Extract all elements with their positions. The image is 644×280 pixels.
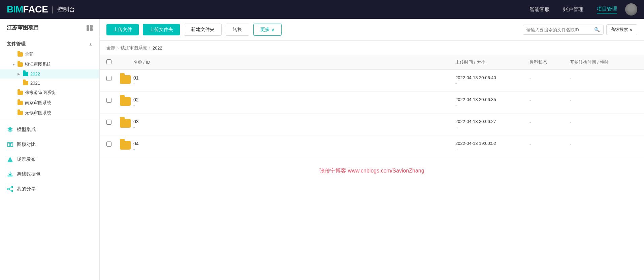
compare-icon	[7, 141, 13, 148]
sidebar-file-management[interactable]: 文件管理 ▲	[0, 37, 99, 49]
sidebar-menu-offline[interactable]: 离线数据包	[0, 167, 99, 182]
file-table-area: 名称 / ID 上传时间 / 大小 模型状态 开始转换时间 / 耗时 01 -	[100, 55, 644, 280]
row-name-area-3: 03 -	[133, 119, 455, 130]
sidebar-menu-share-label: 我的分享	[17, 186, 36, 192]
col-time-header: 上传时间 / 大小	[455, 59, 529, 65]
search-input-wrap[interactable]: 🔍	[523, 25, 604, 35]
convert-button[interactable]: 转换	[226, 24, 249, 36]
table-row[interactable]: 01 - 2022-04-13 20:06:40 - - -	[100, 70, 644, 92]
folder-icon-all	[18, 52, 23, 57]
table-row[interactable]: 03 - 2022-04-13 20:06:27 - - -	[100, 114, 644, 135]
grid-view-icon[interactable]	[87, 25, 93, 31]
tree-item-zhenjian[interactable]: ▼ 镇江审图系统	[0, 59, 99, 69]
advanced-search-label: 高级搜索	[611, 27, 628, 33]
folder-icon-wuxi	[18, 111, 23, 115]
breadcrumb-all[interactable]: 全部	[106, 45, 115, 51]
sidebar-menu-share[interactable]: 我的分享	[0, 182, 99, 196]
search-input[interactable]	[526, 27, 593, 32]
row-name-2: 02	[133, 97, 455, 102]
logo: BIM FACE | 控制台	[7, 4, 75, 15]
sidebar: 江苏审图项目 文件管理 ▲ 全部 ▼ 镇江审图系统 ▶ 2022	[0, 19, 100, 280]
logo-title: 控制台	[57, 5, 75, 13]
breadcrumb: 全部 › 镇江审图系统 › 2022	[100, 41, 644, 55]
row-icon-3	[120, 119, 133, 128]
nav-item-project[interactable]: 项目管理	[597, 6, 617, 13]
tree-item-2022[interactable]: ▶ 2022	[0, 69, 99, 79]
row-icon-4	[120, 141, 133, 150]
row-convert-3: -	[570, 119, 637, 125]
row-status-val-2: -	[529, 98, 531, 103]
nav-item-account[interactable]: 账户管理	[563, 6, 583, 13]
svg-point-10	[8, 188, 9, 190]
watermark-text: 张传宁博客 www.cnblogs.com/SavionZhang	[319, 168, 424, 174]
svg-point-9	[11, 190, 13, 192]
sidebar-project-header: 江苏审图项目	[0, 19, 99, 37]
avatar[interactable]	[625, 3, 637, 15]
folder-icon-nanjing	[18, 101, 23, 105]
file-management-chevron: ▲	[89, 42, 93, 46]
table-row[interactable]: 02 - 2022-04-13 20:06:35 - - -	[100, 92, 644, 114]
sidebar-menu-compare[interactable]: 图模对比	[0, 137, 99, 152]
tree-item-nanjing[interactable]: 南京审图系统	[0, 98, 99, 108]
tree-label-2021: 2021	[30, 81, 40, 86]
tree-label-zhenjian: 镇江审图系统	[25, 61, 51, 67]
upload-file-button[interactable]: 上传文件	[106, 24, 139, 35]
folder-icon-zhenjian	[18, 62, 23, 67]
new-folder-button[interactable]: 新建文件夹	[184, 24, 222, 36]
tree-label-2022: 2022	[30, 71, 40, 76]
avatar-icon	[625, 3, 637, 15]
sidebar-menu-publish[interactable]: 场景发布	[0, 152, 99, 167]
row-convert-val-4: -	[570, 142, 571, 147]
more-label: 更多	[260, 27, 270, 33]
table-row[interactable]: 04 - 2022-04-13 19:00:52 - - -	[100, 135, 644, 157]
select-all-checkbox[interactable]	[106, 59, 111, 64]
folder-icon-2022	[23, 72, 28, 76]
row-name-area-1: 01 -	[133, 75, 455, 86]
toolbar: 上传文件 上传文件夹 新建文件夹 转换 更多 ∨ 🔍 高级搜索 ∨	[100, 19, 644, 41]
sidebar-menu-model-integration[interactable]: 模型集成	[0, 122, 99, 137]
watermark: 张传宁博客 www.cnblogs.com/SavionZhang	[100, 157, 644, 185]
col-name-header: 名称 / ID	[133, 59, 455, 65]
row-time-area-2: 2022-04-13 20:06:35 -	[455, 97, 529, 107]
tree-item-all[interactable]: 全部	[0, 49, 99, 59]
sidebar-menu-model-integration-label: 模型集成	[17, 127, 36, 133]
sidebar-menu-publish-label: 场景发布	[17, 156, 36, 162]
row-status-val-4: -	[529, 142, 531, 147]
row-status-2: -	[529, 97, 570, 103]
layers-icon	[7, 126, 13, 133]
row-convert-1: -	[570, 75, 637, 81]
tree-label-zhangjiagang: 张家港审图系统	[25, 90, 56, 96]
row-check-3[interactable]	[106, 119, 120, 126]
advanced-search-chevron-icon: ∨	[630, 27, 633, 32]
row-checkbox-1[interactable]	[106, 76, 111, 81]
sidebar-menu-offline-label: 离线数据包	[17, 171, 40, 177]
svg-rect-7	[8, 176, 12, 177]
row-checkbox-4[interactable]	[106, 142, 111, 147]
row-name-1: 01	[133, 75, 455, 81]
svg-line-11	[9, 188, 11, 189]
row-status-4: -	[529, 141, 570, 147]
breadcrumb-folder[interactable]: 镇江审图系统	[121, 45, 147, 51]
svg-point-8	[11, 186, 13, 188]
tree-item-wuxi[interactable]: 无锡审图系统	[0, 108, 99, 118]
upload-folder-button[interactable]: 上传文件夹	[143, 24, 180, 35]
row-check-4[interactable]	[106, 141, 120, 148]
folder-big-icon-1	[120, 75, 131, 84]
row-convert-2: -	[570, 97, 637, 103]
row-check-2[interactable]	[106, 97, 120, 104]
nav-item-customer-service[interactable]: 智能客服	[529, 6, 550, 13]
svg-rect-3	[10, 143, 13, 147]
row-checkbox-2[interactable]	[106, 98, 111, 103]
tree-item-zhangjiagang[interactable]: 张家港审图系统	[0, 88, 99, 98]
row-check-1[interactable]	[106, 75, 120, 82]
col-check-header[interactable]	[106, 59, 120, 65]
row-checkbox-3[interactable]	[106, 120, 111, 125]
advanced-search-button[interactable]: 高级搜索 ∨	[606, 24, 637, 35]
tree-item-2021[interactable]: 2021	[0, 79, 99, 88]
table-header: 名称 / ID 上传时间 / 大小 模型状态 开始转换时间 / 耗时	[100, 55, 644, 70]
search-icon: 🔍	[594, 27, 600, 32]
more-button[interactable]: 更多 ∨	[253, 24, 282, 36]
col-status-header: 模型状态	[529, 59, 570, 65]
row-convert-val-2: -	[570, 98, 571, 103]
row-status-val-1: -	[529, 76, 531, 81]
